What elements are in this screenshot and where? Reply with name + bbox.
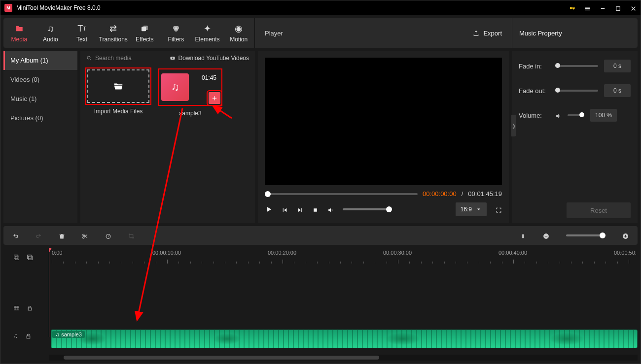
- fade-out-value[interactable]: 0 s: [604, 84, 631, 97]
- media-clip-sample3[interactable]: ♫ 01:45 ＋: [159, 69, 221, 105]
- maximize-icon[interactable]: [615, 4, 621, 11]
- search-input[interactable]: Search media: [86, 55, 132, 62]
- player-panel: 00:00:00:00 / 00:01:45:19 16:9: [258, 51, 509, 223]
- play-button[interactable]: [265, 205, 273, 214]
- preview-viewport: [265, 58, 502, 185]
- volume-prop-slider[interactable]: [568, 114, 584, 116]
- timeline-scrollbar[interactable]: [49, 355, 638, 361]
- props-title: Music Property: [519, 30, 562, 37]
- volume-slider[interactable]: [343, 208, 392, 210]
- timeline-ruler[interactable]: 0:00 00:00:10:00 00:00:20:00 00:00:30:00…: [49, 248, 638, 265]
- tab-motion[interactable]: ◉ Motion: [223, 18, 254, 48]
- export-label: Export: [483, 30, 502, 37]
- tab-audio[interactable]: ♫ Audio: [35, 18, 67, 48]
- track-spacer: [49, 265, 638, 291]
- text-icon: TT: [77, 23, 86, 34]
- zoom-in-button[interactable]: [622, 232, 629, 239]
- motion-icon: ◉: [235, 23, 243, 34]
- search-icon: [86, 55, 92, 61]
- next-frame-button[interactable]: [297, 205, 303, 213]
- player-label: Player: [265, 30, 283, 37]
- ruler-mark: 00:00:40:00: [499, 250, 527, 256]
- fade-in-value[interactable]: 0 s: [604, 60, 631, 72]
- clip-name-label: sample3: [179, 110, 201, 117]
- export-icon: [473, 30, 479, 36]
- music-note-icon: ♫: [47, 23, 54, 34]
- close-icon[interactable]: [630, 4, 637, 11]
- svg-line-10: [90, 59, 92, 61]
- download-youtube-button[interactable]: Download YouTube Videos: [170, 55, 249, 62]
- add-clip-button[interactable]: ＋: [209, 92, 220, 104]
- sidebar-item-pictures[interactable]: Pictures (0): [3, 108, 77, 128]
- media-zone: Search media Download YouTube Videos Imp…: [80, 51, 255, 223]
- key-icon[interactable]: [569, 4, 575, 11]
- zoom-slider[interactable]: [566, 234, 605, 236]
- fade-in-slider[interactable]: [555, 65, 598, 67]
- filters-icon: [172, 23, 180, 34]
- svg-point-9: [87, 56, 90, 59]
- app-icon: M: [4, 4, 12, 12]
- svg-point-8: [174, 28, 178, 32]
- redo-button[interactable]: [36, 232, 42, 239]
- minimize-icon[interactable]: [600, 4, 606, 11]
- stop-button[interactable]: [312, 205, 319, 213]
- menu-icon[interactable]: [584, 4, 591, 11]
- tab-elements[interactable]: ✦ Elements: [192, 18, 223, 48]
- lock-video-button[interactable]: [27, 304, 33, 311]
- folder-icon: [15, 23, 24, 34]
- playhead[interactable]: [49, 248, 49, 337]
- clip-duration: 01:45: [202, 74, 216, 81]
- sidebar-item-videos[interactable]: Videos (0): [3, 70, 77, 89]
- svg-rect-23: [522, 234, 523, 238]
- tab-transitions[interactable]: ⇄ Transitions: [98, 18, 129, 48]
- tab-motion-label: Motion: [230, 36, 248, 43]
- aspect-ratio-select[interactable]: 16:9: [456, 202, 487, 216]
- tab-media-label: Media: [11, 36, 27, 43]
- split-button[interactable]: [82, 232, 88, 239]
- volume-icon[interactable]: [327, 205, 334, 213]
- volume-label: Volume:: [519, 112, 549, 119]
- zoom-out-button[interactable]: [543, 232, 549, 239]
- seek-bar[interactable]: [265, 193, 418, 195]
- volume-value[interactable]: 100 %: [590, 109, 617, 122]
- video-track[interactable]: [49, 291, 638, 324]
- video-track-icon: [13, 304, 20, 311]
- time-current: 00:00:00:00: [423, 190, 457, 198]
- audio-track-icon: ♫: [13, 332, 18, 339]
- tab-effects[interactable]: Effects: [129, 18, 161, 48]
- undo-button[interactable]: [12, 232, 19, 239]
- remove-track-button[interactable]: [27, 253, 33, 260]
- svg-rect-17: [301, 208, 302, 212]
- export-button[interactable]: Export: [473, 30, 502, 37]
- sidebar-item-music[interactable]: Music (1): [3, 89, 77, 108]
- svg-rect-29: [625, 234, 626, 237]
- add-track-button[interactable]: [13, 253, 20, 260]
- tab-filters[interactable]: Filters: [160, 18, 192, 48]
- ruler-mark: 00:00:20:00: [268, 250, 296, 256]
- tab-text[interactable]: TT Text: [66, 18, 98, 48]
- fullscreen-button[interactable]: [496, 205, 502, 213]
- delete-button[interactable]: [59, 232, 65, 239]
- download-youtube-label: Download YouTube Videos: [178, 55, 249, 62]
- fade-out-slider[interactable]: [555, 90, 598, 92]
- import-media-button[interactable]: [87, 69, 149, 103]
- lock-audio-button[interactable]: [25, 332, 32, 339]
- audio-clip-sample3[interactable]: ♫ sample3: [51, 330, 638, 348]
- search-placeholder: Search media: [95, 55, 132, 62]
- fit-button[interactable]: [520, 232, 526, 239]
- sidebar-item-myalbum[interactable]: My Album (1): [3, 51, 77, 70]
- transitions-icon: ⇄: [109, 23, 117, 34]
- chevron-down-icon: [476, 206, 482, 212]
- crop-button[interactable]: [128, 232, 135, 239]
- properties-collapse-button[interactable]: ❯: [511, 115, 516, 136]
- tab-media[interactable]: Media: [3, 18, 35, 48]
- svg-rect-35: [28, 308, 32, 310]
- prev-frame-button[interactable]: [282, 205, 288, 213]
- svg-point-22: [106, 234, 110, 238]
- tab-audio-label: Audio: [43, 36, 58, 43]
- svg-rect-5: [143, 26, 148, 30]
- speed-button[interactable]: [105, 232, 111, 239]
- reset-button[interactable]: Reset: [567, 202, 631, 218]
- properties-panel: ❯ Fade in: 0 s Fade out: 0 s Volume: 100…: [512, 51, 638, 223]
- audio-track[interactable]: ♫ sample3: [49, 324, 638, 356]
